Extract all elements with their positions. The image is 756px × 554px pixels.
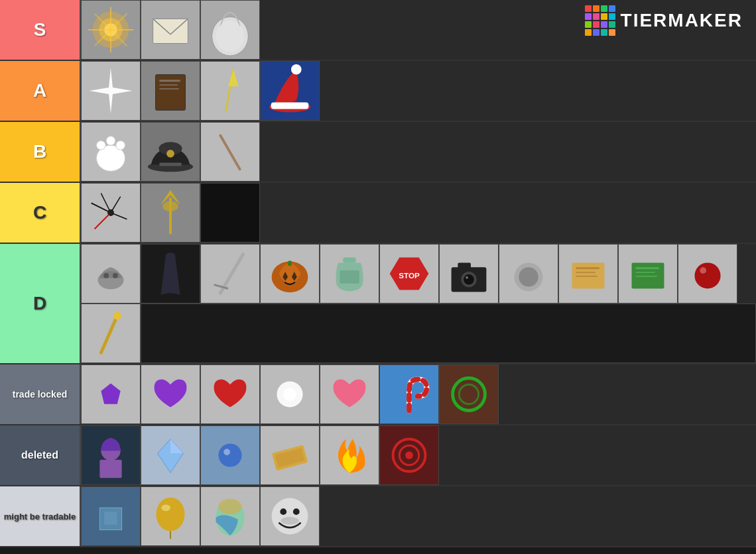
svg-point-25 xyxy=(291,64,302,75)
svg-point-112 xyxy=(218,443,241,467)
svg-rect-84 xyxy=(635,267,659,269)
svg-point-127 xyxy=(156,498,184,531)
logo-dot xyxy=(585,13,592,20)
svg-point-89 xyxy=(700,267,706,274)
item-a2[interactable] xyxy=(141,61,200,121)
logo-dot xyxy=(593,21,599,28)
item-d11[interactable] xyxy=(678,244,737,304)
logo: TiERMAKER xyxy=(585,5,743,36)
item-del4[interactable] xyxy=(260,425,320,485)
item-del2[interactable] xyxy=(141,425,200,485)
tier-items-trade-locked xyxy=(80,364,756,424)
svg-rect-102 xyxy=(440,365,498,423)
item-tl4[interactable] xyxy=(260,364,320,424)
item-s1[interactable] xyxy=(81,0,141,60)
svg-point-113 xyxy=(223,449,230,455)
item-m1[interactable] xyxy=(81,486,141,546)
svg-rect-50 xyxy=(201,184,259,242)
logo-dot xyxy=(593,13,599,20)
svg-point-12 xyxy=(216,21,244,52)
item-d8[interactable] xyxy=(499,244,558,304)
item-b1[interactable] xyxy=(81,122,141,182)
svg-rect-86 xyxy=(635,276,657,277)
item-d4[interactable] xyxy=(260,244,320,304)
logo-dot xyxy=(609,21,615,28)
tier-items-might xyxy=(80,486,756,546)
item-tl2[interactable] xyxy=(141,364,200,424)
svg-rect-107 xyxy=(99,460,121,478)
item-tl5[interactable] xyxy=(320,364,379,424)
item-d7[interactable] xyxy=(439,244,499,304)
svg-rect-36 xyxy=(159,163,181,166)
item-tl1[interactable] xyxy=(81,364,141,424)
svg-rect-26 xyxy=(271,103,309,109)
tier-label-b: B xyxy=(0,122,80,182)
tier-label-s: S xyxy=(0,0,80,60)
svg-point-135 xyxy=(280,508,286,515)
item-b2[interactable] xyxy=(141,122,200,182)
item-b3[interactable] xyxy=(200,122,260,182)
tier-list: S A xyxy=(0,0,756,547)
svg-point-54 xyxy=(113,273,118,278)
svg-point-29 xyxy=(96,140,105,150)
tier-label-a: A xyxy=(0,61,80,121)
tier-row-deleted: deleted xyxy=(0,425,756,486)
item-c3[interactable] xyxy=(200,183,260,243)
item-c1[interactable] xyxy=(81,183,141,243)
tier-row-trade-locked: trade locked xyxy=(0,364,756,425)
logo-dot xyxy=(609,13,615,20)
item-s3[interactable] xyxy=(200,0,260,60)
item-a1[interactable] xyxy=(81,61,141,121)
tier-row-a: A xyxy=(0,61,756,122)
logo-dot xyxy=(601,13,607,20)
svg-point-76 xyxy=(519,267,538,286)
svg-point-134 xyxy=(272,498,308,535)
svg-rect-80 xyxy=(576,272,595,273)
item-d12[interactable] xyxy=(81,304,141,363)
item-m3[interactable] xyxy=(200,486,260,546)
svg-rect-81 xyxy=(576,276,597,277)
item-d10[interactable] xyxy=(618,244,678,304)
item-del5[interactable] xyxy=(320,425,379,485)
item-c2[interactable] xyxy=(141,183,200,243)
tier-row-d: D xyxy=(0,244,756,364)
item-d6[interactable]: STOP xyxy=(379,244,439,304)
svg-point-92 xyxy=(113,312,121,320)
svg-point-49 xyxy=(162,201,178,211)
tier-label-might: might be tradable xyxy=(0,486,80,546)
item-tl3[interactable] xyxy=(200,364,260,424)
item-m2[interactable] xyxy=(141,486,200,546)
item-d2[interactable] xyxy=(141,244,200,304)
svg-point-88 xyxy=(694,262,720,288)
item-a4[interactable] xyxy=(260,61,320,121)
logo-dot xyxy=(593,29,599,36)
tier-row-b: B xyxy=(0,122,756,183)
logo-dot xyxy=(585,29,592,36)
item-del1[interactable] xyxy=(81,425,141,485)
item-m4[interactable] xyxy=(260,486,320,546)
item-d5[interactable] xyxy=(320,244,379,304)
svg-point-35 xyxy=(166,150,174,158)
svg-rect-19 xyxy=(159,88,178,89)
tier-items-d: STOP xyxy=(80,244,756,363)
item-a3[interactable] xyxy=(200,61,260,121)
svg-point-128 xyxy=(161,504,170,511)
logo-dot xyxy=(601,5,607,12)
item-d3[interactable] xyxy=(200,244,260,304)
logo-dot xyxy=(601,29,607,36)
logo-grid xyxy=(585,5,615,36)
item-s2[interactable] xyxy=(141,0,200,60)
logo-text: TiERMAKER xyxy=(621,10,743,31)
svg-point-72 xyxy=(464,274,474,285)
item-d9[interactable] xyxy=(558,244,618,304)
item-tl6[interactable] xyxy=(379,364,439,424)
item-tl7[interactable] xyxy=(439,364,499,424)
svg-rect-18 xyxy=(159,84,177,85)
svg-point-136 xyxy=(293,508,300,515)
svg-point-30 xyxy=(106,137,115,146)
svg-point-31 xyxy=(116,140,125,150)
item-del3[interactable] xyxy=(200,425,260,485)
item-d1[interactable] xyxy=(81,244,141,304)
logo-dot xyxy=(601,21,607,28)
item-del6[interactable] xyxy=(379,425,439,485)
